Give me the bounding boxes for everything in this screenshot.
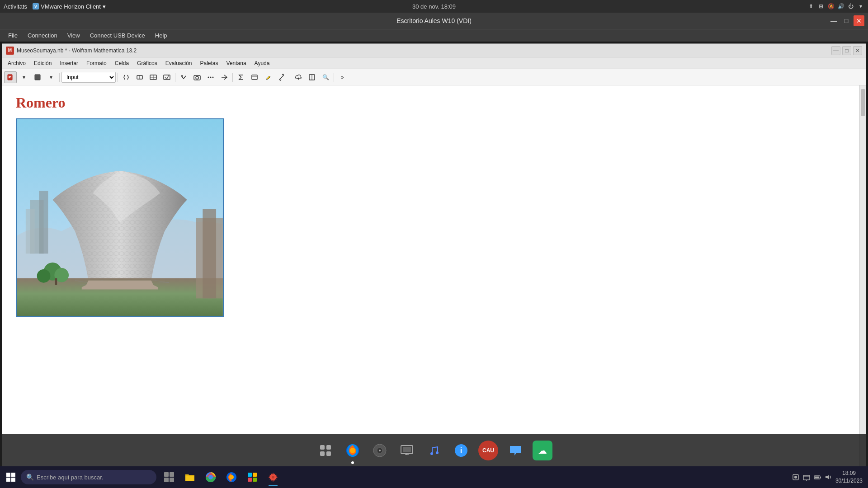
- vmware-app-label[interactable]: V VMware Horizon Client ▾: [33, 3, 106, 10]
- svg-rect-64: [253, 478, 257, 482]
- dock-chat[interactable]: [504, 439, 527, 462]
- toolbar-insert-btn[interactable]: [147, 71, 160, 83]
- power-icon[interactable]: ⏻: [847, 3, 854, 10]
- svg-point-10: [196, 76, 198, 79]
- dock-display[interactable]: [395, 439, 419, 462]
- toolbar-cloud-btn[interactable]: [292, 71, 305, 83]
- svg-rect-28: [55, 278, 57, 285]
- taskbar-settings[interactable]: [263, 467, 283, 487]
- network-icon[interactable]: ⊞: [817, 3, 825, 10]
- taskbar-task-view[interactable]: [159, 467, 179, 487]
- expand-icon[interactable]: ▾: [857, 3, 864, 10]
- vmware-minimize-btn[interactable]: —: [828, 15, 839, 26]
- museum-image-container: Más herramientas y acciones: [16, 118, 224, 317]
- store-icon: [246, 471, 258, 483]
- vmware-menu-view[interactable]: View: [63, 31, 85, 40]
- toolbar-sep4: [232, 73, 233, 82]
- taskbar-chrome[interactable]: [201, 467, 221, 487]
- math-scrollbar-thumb[interactable]: [861, 89, 865, 116]
- toolbar-search-btn[interactable]: 🔍: [319, 71, 332, 83]
- math-scrollbar[interactable]: [859, 85, 866, 477]
- toolbar-dollar-btn[interactable]: [248, 71, 261, 83]
- math-menu-insertar[interactable]: Insertar: [56, 59, 82, 67]
- toolbar-output-btn[interactable]: [160, 71, 173, 83]
- vmware-menu-connection[interactable]: Connection: [23, 31, 62, 40]
- toolbar-bracket-btn[interactable]: [120, 71, 132, 83]
- dock-firefox[interactable]: [341, 439, 364, 462]
- toolbar-sep1: [59, 73, 60, 82]
- svg-point-58: [208, 475, 213, 479]
- taskbar-firefox[interactable]: [222, 467, 241, 487]
- windows-taskbar: 🔍 Escribe aquí para buscar.: [0, 466, 868, 488]
- vmware-maximize-btn[interactable]: □: [841, 15, 852, 26]
- math-minimize-btn[interactable]: —: [831, 46, 840, 55]
- math-menu-edicion[interactable]: Edición: [30, 59, 55, 67]
- toolbar-book-btn[interactable]: [306, 71, 318, 83]
- vmware-menu-usb[interactable]: Connect USB Device: [85, 31, 150, 40]
- toolbar-new-btn[interactable]: [4, 71, 17, 83]
- svg-rect-30: [203, 209, 216, 298]
- dock-info[interactable]: i: [449, 439, 473, 462]
- math-maximize-btn[interactable]: □: [842, 46, 851, 55]
- vmware-icon: V: [33, 3, 39, 9]
- dock-music[interactable]: [422, 439, 446, 462]
- museum-svg: [17, 119, 223, 316]
- toolbar-collapse-btn[interactable]: »: [336, 71, 349, 83]
- toolbar-link-btn[interactable]: [275, 71, 288, 83]
- vmware-label: VMware Horizon Client: [41, 3, 101, 10]
- svg-rect-14: [252, 75, 257, 80]
- taskbar-file-explorer[interactable]: [180, 467, 200, 487]
- activities-button[interactable]: Activitats: [4, 3, 27, 10]
- toolbar-expand-btn[interactable]: [177, 71, 190, 83]
- toolbar-arrows-btn[interactable]: [218, 71, 231, 83]
- math-window-controls: — □ ✕: [831, 46, 862, 55]
- dock-disk[interactable]: [368, 439, 392, 462]
- math-menu-celda[interactable]: Celda: [111, 59, 132, 67]
- tray-icon-4[interactable]: [824, 473, 833, 482]
- vmware-titlebar: Escritorio Aules W10 (VDI) — □ ✕: [0, 13, 868, 29]
- sound-icon[interactable]: 🔊: [837, 3, 844, 10]
- toolbar-cell-btn[interactable]: [133, 71, 146, 83]
- toolbar-sep3: [175, 73, 175, 82]
- math-menu-paletas[interactable]: Paletas: [197, 59, 222, 67]
- win-clock: 18:09 30/11/2023: [835, 469, 863, 485]
- bell-icon[interactable]: 🔕: [827, 3, 835, 10]
- tray-icon-2[interactable]: [802, 473, 811, 482]
- toolbar-dropdown1[interactable]: ▾: [18, 71, 30, 83]
- vmware-menu-file[interactable]: File: [4, 31, 22, 40]
- vmware-menu-help[interactable]: Help: [151, 31, 172, 40]
- vmware-close-btn[interactable]: ✕: [854, 15, 864, 26]
- input-style-select[interactable]: Input Output Text Title Section: [61, 72, 116, 83]
- dock-app-grid[interactable]: [314, 439, 337, 462]
- math-menu-ayuda[interactable]: Ayuda: [251, 59, 274, 67]
- math-menu-evaluacion[interactable]: Evaluación: [162, 59, 196, 67]
- svg-rect-3: [35, 75, 40, 80]
- math-menu-ventana[interactable]: Ventana: [223, 59, 250, 67]
- svg-rect-72: [815, 477, 819, 479]
- windows-search-box[interactable]: 🔍 Escribe aquí para buscar.: [21, 470, 156, 484]
- toolbar-style-btn[interactable]: [31, 71, 44, 83]
- tray-battery-icon: [813, 473, 821, 481]
- vmware-dropdown-icon[interactable]: ▾: [103, 3, 106, 10]
- math-menu-archivo[interactable]: Archivo: [4, 59, 29, 67]
- toolbar-pen-btn[interactable]: [262, 71, 274, 83]
- toolbar-camera-btn[interactable]: [191, 71, 203, 83]
- toolbar-sum-btn[interactable]: [235, 71, 247, 83]
- cau-icon: CAU: [478, 441, 498, 460]
- display-icon: [400, 443, 414, 458]
- notification-icon[interactable]: ⬆: [807, 3, 815, 10]
- math-close-btn[interactable]: ✕: [853, 46, 862, 55]
- toolbar-dropdown2[interactable]: ▾: [45, 71, 57, 83]
- dock-green-app[interactable]: ☁: [531, 439, 554, 462]
- math-menu-graficos[interactable]: Gráficos: [133, 59, 161, 67]
- taskbar-store[interactable]: [242, 467, 262, 487]
- start-button[interactable]: [2, 468, 20, 486]
- toolbar-more-btn[interactable]: [204, 71, 217, 83]
- tray-icon-3[interactable]: [813, 473, 822, 482]
- svg-rect-61: [248, 473, 252, 477]
- tray-icon-1[interactable]: [791, 473, 800, 482]
- dock-cau[interactable]: CAU: [476, 439, 500, 462]
- task-view-icon: [163, 471, 175, 483]
- search-placeholder: Escribe aquí para buscar.: [37, 474, 103, 481]
- math-menu-formato[interactable]: Formato: [83, 59, 110, 67]
